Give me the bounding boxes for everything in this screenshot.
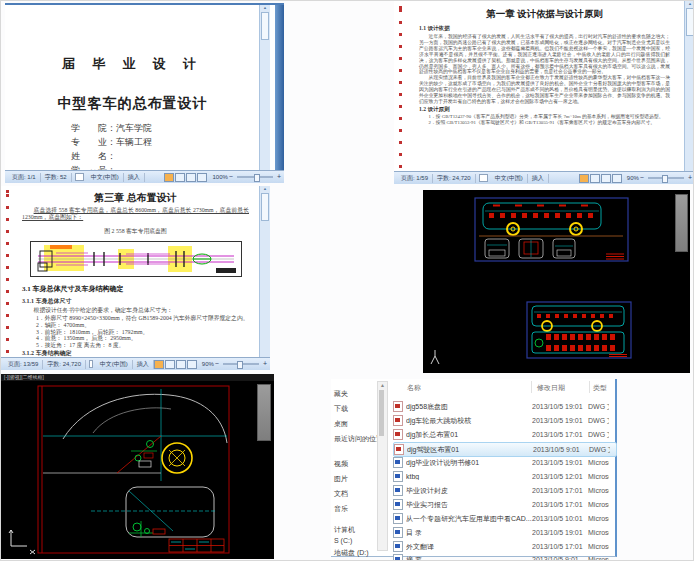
- web-layout-view-button[interactable]: [176, 360, 186, 369]
- vertical-scrollbar[interactable]: ▲: [259, 5, 270, 171]
- zoom-level[interactable]: 90%: [202, 361, 214, 367]
- sidebar-item-drive-d[interactable]: 地磁盘 (D:): [334, 548, 369, 558]
- zoom-slider[interactable]: [237, 176, 273, 178]
- file-row[interactable]: djg毕业设计说明书修012013/10/5 19:01Microsoft: [393, 456, 615, 469]
- file-date: 2013/10/5 9:01: [533, 446, 589, 453]
- column-header-name[interactable]: 名称: [407, 383, 421, 393]
- print-layout-view-button[interactable]: [579, 174, 589, 183]
- file-row[interactable]: djg车轮最大跳动校核2013/10/5 19:01DWG 文件: [393, 414, 615, 427]
- file-row[interactable]: 摘 要2013/10/5 9:01Microsoft: [393, 553, 615, 561]
- sidebar-item-favorites[interactable]: 藏夹: [334, 389, 348, 399]
- zoom-slider-thumb[interactable]: [662, 175, 668, 183]
- web-layout-view-button[interactable]: [186, 173, 196, 182]
- zoom-slider-thumb[interactable]: [237, 361, 243, 369]
- sidebar-item-downloads[interactable]: 下载: [334, 404, 348, 414]
- insert-mode[interactable]: 插入: [133, 360, 154, 369]
- page-indicator[interactable]: 页面: 1/1: [8, 173, 41, 182]
- file-type: Microsoft: [588, 556, 609, 561]
- field-label: 专 业：: [71, 137, 116, 147]
- scroll-up-icon[interactable]: ▲: [688, 1, 692, 6]
- sidebar-item-videos[interactable]: 视频: [334, 459, 348, 469]
- document-page[interactable]: 第一章 设计依据与设计原则 1.1 设计依据 近年来，我国的经济有了很大的发展，…: [403, 1, 686, 172]
- vertical-scrollbar[interactable]: ▲: [684, 1, 694, 172]
- file-row-selected[interactable]: djg驾驶区布置012013/10/5 9:01DWG 文件: [393, 442, 617, 457]
- column-header-date[interactable]: 修改日期: [537, 383, 565, 393]
- file-row[interactable]: 毕业实习报告2013/10/5 17:01Microsoft: [393, 498, 615, 511]
- zoom-in-icon[interactable]: +: [263, 361, 267, 367]
- page-indicator[interactable]: 页面: 1/59: [397, 174, 433, 183]
- dwg-file-icon: [393, 401, 403, 412]
- web-layout-view-button[interactable]: [601, 174, 611, 183]
- document-page[interactable]: 届 毕 业 设 计 中型客车的总布置设计 学 院：汽车学院 专 业：车辆工程 姓…: [5, 5, 260, 173]
- sidebar-item-desktop[interactable]: 桌面: [334, 419, 348, 429]
- fullscreen-view-button[interactable]: [165, 360, 175, 369]
- zoom-out-icon[interactable]: −: [229, 174, 233, 180]
- cad-scrollbar[interactable]: [257, 384, 271, 441]
- spellcheck-icon[interactable]: [89, 360, 93, 368]
- file-row[interactable]: 目 录2013/10/5 19:01Microsoft: [393, 526, 615, 539]
- file-row[interactable]: 外文翻译2013/10/5 17:01Microsoft: [393, 540, 615, 553]
- scrollbar-thumb[interactable]: [379, 390, 384, 436]
- zoom-out-icon[interactable]: −: [215, 361, 219, 367]
- scroll-up-icon[interactable]: ▲: [263, 5, 267, 10]
- language-indicator[interactable]: 中文(中国): [96, 360, 133, 369]
- dwg-file-icon: [393, 415, 403, 426]
- draft-view-button[interactable]: [612, 174, 622, 183]
- cover-fields: 学 院：汽车学院 专 业：车辆工程 姓 名： 学 号：: [71, 121, 152, 173]
- file-row[interactable]: djg558底盘图2013/10/5 19:01DWG 文件: [393, 400, 615, 413]
- file-date: 2013/10/5 12:01: [532, 473, 588, 480]
- draft-view-button[interactable]: [197, 173, 207, 182]
- scroll-up-icon[interactable]: ▲: [378, 382, 387, 389]
- sidebar-item-music[interactable]: 音乐: [334, 504, 348, 514]
- zoom-level[interactable]: 90%: [627, 175, 639, 181]
- scroll-up-icon[interactable]: ▲: [263, 186, 267, 191]
- word-count[interactable]: 字数: 24,720: [433, 174, 476, 183]
- cad-scrollbar[interactable]: [675, 194, 688, 252]
- zoom-out-icon[interactable]: −: [640, 175, 644, 181]
- word-count[interactable]: 字数: 24,720: [43, 360, 86, 369]
- zoom-slider[interactable]: [648, 177, 684, 179]
- file-row[interactable]: 毕业设计封皮2013/10/5 17:01Microsoft: [393, 484, 615, 497]
- zoom-in-icon[interactable]: +: [277, 174, 281, 180]
- spellcheck-icon[interactable]: [75, 173, 84, 181]
- scrollbar-thumb[interactable]: [261, 12, 269, 40]
- sidebar-item-recent-places[interactable]: 最近访问的位置: [334, 434, 383, 444]
- zoom-level[interactable]: 100%: [212, 174, 227, 180]
- insert-mode[interactable]: 插入: [124, 173, 145, 182]
- draft-view-button[interactable]: [187, 360, 197, 369]
- viewport-label[interactable]: [-][俯视][二维线框]: [1, 374, 274, 381]
- sidebar-item-drive-c[interactable]: S (C:): [334, 537, 352, 544]
- column-divider[interactable]: [589, 381, 590, 393]
- spellcheck-icon[interactable]: [479, 174, 488, 182]
- document-page[interactable]: 第三章 总布置设计 底盘选择 558 客车专用底盘，底盘总长 8600mm，底盘…: [10, 186, 261, 358]
- column-divider[interactable]: [531, 381, 532, 393]
- window-right-edge: [275, 5, 284, 183]
- file-row[interactable]: 从一个专题研究汽车应用草图中看CAD...2013/10/5 10:01Micr…: [393, 512, 615, 525]
- print-layout-view-button[interactable]: [164, 173, 174, 182]
- word-count[interactable]: 字数: 52: [41, 173, 72, 182]
- sidebar-item-computer[interactable]: 计算机: [334, 525, 355, 535]
- file-row[interactable]: ktbg2013/10/5 12:01Microsoft: [393, 470, 615, 483]
- language-indicator[interactable]: 中文(中国): [87, 173, 124, 182]
- word-file-icon: [393, 471, 403, 482]
- sidebar-item-pictures[interactable]: 图片: [334, 474, 348, 484]
- page-indicator[interactable]: 页面: 13/59: [4, 360, 43, 369]
- fullscreen-view-button[interactable]: [590, 174, 600, 183]
- fullscreen-view-button[interactable]: [175, 173, 185, 182]
- file-row[interactable]: djg加长总布置012013/10/5 17:01DWG 文件: [393, 428, 615, 441]
- cad-window-layout[interactable]: [423, 190, 690, 373]
- zoom-slider-thumb[interactable]: [254, 174, 260, 182]
- cad-window-sections[interactable]: [-][俯视][二维线框]: [1, 374, 274, 559]
- column-header-type[interactable]: 类型: [593, 383, 607, 393]
- sidebar-item-documents[interactable]: 文档: [334, 489, 348, 499]
- scrollbar-thumb[interactable]: [686, 8, 694, 36]
- sidebar-scrollbar[interactable]: ▲: [377, 381, 388, 551]
- zoom-slider[interactable]: [223, 363, 259, 365]
- vertical-scrollbar[interactable]: ▲: [259, 186, 270, 358]
- dimension-list: 1．外廓尺寸 8990×2450×3300mm，符合 GB1589-2004 汽…: [22, 315, 249, 349]
- print-layout-view-button[interactable]: [154, 360, 164, 369]
- insert-mode[interactable]: 插入: [528, 174, 549, 183]
- language-indicator[interactable]: 中文(中国): [491, 174, 528, 183]
- scrollbar-thumb[interactable]: [261, 193, 269, 221]
- zoom-in-icon[interactable]: +: [688, 175, 692, 181]
